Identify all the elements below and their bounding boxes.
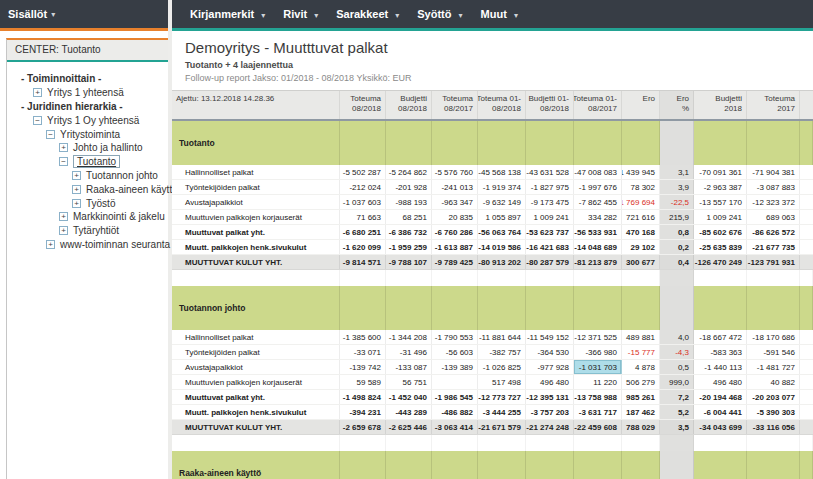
value-cell[interactable]: -126 470 249 [694,255,747,269]
value-cell[interactable]: -7 862 455 [574,195,622,209]
value-cell[interactable]: -20 194 468 [694,390,747,404]
value-cell[interactable]: 721 616 [622,210,660,224]
row-label[interactable]: Muutt. palkkojen henk.sivukulut [172,405,340,419]
value-cell[interactable]: 5,2 [660,405,694,419]
value-cell[interactable]: 0,5 [660,360,694,374]
value-cell[interactable]: 517 498 [478,375,526,389]
value-cell[interactable]: -1 986 545 [432,390,478,404]
tree-node[interactable]: −Tuotanto [7,155,168,169]
value-cell[interactable]: 7,2 [660,390,694,404]
value-cell[interactable]: 4,0 [660,330,694,344]
value-cell[interactable]: -12 371 525 [574,330,622,344]
tree-node[interactable]: −Yritystoiminta [7,127,168,141]
expand-icon[interactable]: + [72,185,81,194]
value-cell[interactable]: 187 462 [622,405,660,419]
value-cell[interactable]: -123 791 931 [747,255,800,269]
value-cell[interactable]: -22 459 608 [574,420,622,434]
value-cell[interactable]: 470 168 [622,225,660,239]
value-cell[interactable]: -1 385 600 [340,330,386,344]
value-cell[interactable]: -56 063 764 [478,225,526,239]
row-label[interactable]: Hallinnolliset palkat [172,165,340,179]
value-cell[interactable]: 29 102 [622,240,660,254]
value-cell[interactable]: -2 659 678 [340,420,386,434]
row-label[interactable]: Muuttuvien palkkojen korjauserät [172,375,340,389]
value-cell[interactable]: -9 632 149 [478,195,526,209]
tree-node[interactable]: +Markkinointi & jakelu [7,210,168,224]
value-cell[interactable]: -6 004 441 [694,405,747,419]
value-cell[interactable]: -394 231 [340,405,386,419]
row-label[interactable]: Avustajapalkkiot [172,360,340,374]
value-cell[interactable]: -591 546 [747,345,800,359]
value-cell[interactable]: 506 279 [622,375,660,389]
collapse-icon[interactable]: − [33,116,42,125]
menu-syotto[interactable]: Syöttö ▾ [417,8,462,20]
tree-item-label[interactable]: www-toiminnan seuranta [60,239,170,250]
expand-icon[interactable]: + [72,171,81,180]
value-cell[interactable]: -9 788 107 [386,255,432,269]
row-label[interactable]: MUUTTUVAT KULUT YHT. [172,255,340,269]
tree-node[interactable]: +Yritys 1 yhteensä [7,86,168,100]
value-cell[interactable]: -5 390 303 [747,405,800,419]
value-cell[interactable]: -9 814 571 [340,255,386,269]
row-label[interactable]: Työntekijöiden palkat [172,180,340,194]
value-cell[interactable]: -1 827 975 [526,180,574,194]
row-label[interactable]: MUUTTUVAT KULUT YHT. [172,420,340,434]
value-cell[interactable]: -1 790 553 [432,330,478,344]
row-label[interactable]: Muuttuvat palkat yht. [172,225,340,239]
value-cell[interactable]: -2 625 446 [386,420,432,434]
tree-node[interactable]: +Johto ja hallinto [7,141,168,155]
value-cell[interactable]: 56 751 [386,375,432,389]
value-cell[interactable]: 4 878 [622,360,660,374]
value-cell[interactable]: -382 757 [478,345,526,359]
value-cell[interactable]: -34 043 699 [694,420,747,434]
value-cell[interactable]: -1 997 676 [574,180,622,194]
value-cell[interactable]: -13 758 988 [574,390,622,404]
value-cell[interactable]: 3,9 [660,180,694,194]
tree-item-label[interactable]: Yritys 1 Oy yhteensä [47,115,139,126]
value-cell[interactable]: -70 091 361 [694,165,747,179]
value-cell[interactable]: -5 502 287 [340,165,386,179]
value-cell[interactable]: 71 663 [340,210,386,224]
expand-icon[interactable]: + [59,226,68,235]
row-label[interactable]: Muuttuvien palkkojen korjauserät [172,210,340,224]
tree-node[interactable]: +Työstö [7,196,168,210]
value-cell[interactable]: -1 498 824 [340,390,386,404]
value-cell[interactable]: -3 631 717 [574,405,622,419]
value-cell[interactable]: -241 013 [432,180,478,194]
value-cell[interactable]: -443 289 [386,405,432,419]
value-cell[interactable]: -583 363 [694,345,747,359]
row-label[interactable]: Muuttuvat palkat yht. [172,390,340,404]
expand-icon[interactable]: + [33,88,42,97]
value-cell[interactable]: 496 480 [694,375,747,389]
collapse-icon[interactable]: − [59,157,68,166]
value-cell[interactable]: -21 274 248 [526,420,574,434]
value-cell[interactable]: 689 063 [747,210,800,224]
value-cell[interactable]: -18 667 472 [694,330,747,344]
value-cell[interactable]: 215,9 [660,210,694,224]
value-cell[interactable]: -12 323 372 [747,195,800,209]
value-cell[interactable]: 11 220 [574,375,622,389]
value-cell[interactable]: 78 302 [622,180,660,194]
value-cell[interactable]: -53 623 737 [526,225,574,239]
value-cell[interactable]: -963 347 [432,195,478,209]
value-cell[interactable]: -9 173 475 [526,195,574,209]
menu-sarakkeet[interactable]: Sarakkeet ▾ [336,8,399,20]
value-cell[interactable]: -3 063 414 [432,420,478,434]
value-cell[interactable]: -9 789 425 [432,255,478,269]
value-cell[interactable]: -22,5 [660,195,694,209]
menu-kirjanmerkit[interactable]: Kirjanmerkit ▾ [190,8,265,20]
value-cell[interactable]: -71 904 381 [747,165,800,179]
contents-menu[interactable]: Sisällöt [8,8,47,20]
value-cell[interactable]: 496 480 [526,375,574,389]
value-cell[interactable]: -3 087 883 [747,180,800,194]
tree-node[interactable]: +Tuotannon johto [7,169,168,183]
value-cell[interactable]: -2 963 387 [694,180,747,194]
value-cell[interactable]: -1 959 259 [386,240,432,254]
value-cell[interactable]: -977 928 [526,360,574,374]
value-cell[interactable]: -11 881 644 [478,330,526,344]
value-cell[interactable]: -33 071 [340,345,386,359]
value-cell[interactable]: -1 026 825 [478,360,526,374]
value-cell[interactable]: -18 170 686 [747,330,800,344]
tree-item-label[interactable]: Raaka-aineen käyttö [86,184,178,195]
value-cell[interactable]: 1 009 241 [526,210,574,224]
